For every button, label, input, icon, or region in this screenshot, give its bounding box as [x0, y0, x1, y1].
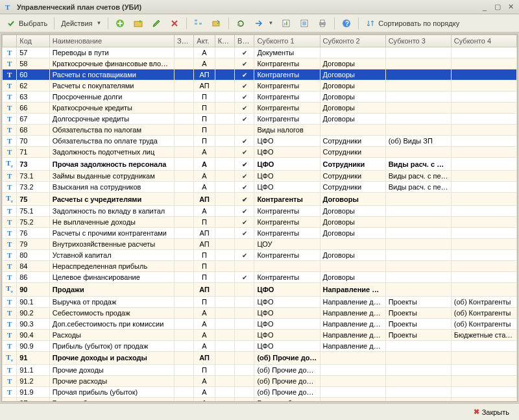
- cell-val: [235, 114, 254, 125]
- col-sub4[interactable]: Субконто 4: [451, 35, 516, 47]
- print-button[interactable]: [314, 17, 331, 30]
- cell-sub1: [254, 261, 320, 272]
- cell-akt: П: [194, 272, 215, 283]
- cell-sub3: [385, 375, 451, 386]
- add-button[interactable]: [112, 17, 128, 30]
- cell-kol: [215, 58, 234, 69]
- cell-akt: П: [194, 92, 215, 103]
- table-row[interactable]: Т91.9Прочая прибыль (убыток)А(об) Прочие…: [3, 386, 517, 397]
- cell-kol: [215, 182, 234, 193]
- cell-sub3: Проекты: [385, 318, 451, 329]
- go-button[interactable]: ▼: [250, 17, 276, 30]
- cell-name: Обязательства по налогам: [49, 125, 174, 136]
- cell-sub4: [451, 217, 516, 228]
- close-button[interactable]: ✕: [506, 3, 515, 12]
- report-icon: [281, 18, 291, 29]
- cell: Т: [3, 329, 17, 340]
- table-row[interactable]: Т86Целевое финансированиеПКонтрагентыДог…: [3, 272, 517, 283]
- table-row[interactable]: Т90.9Прибыль (убыток) от продажАЦФОНапра…: [3, 340, 517, 351]
- table-row[interactable]: Т75.2Не выплаченные доходыПКонтрагентыДо…: [3, 217, 517, 228]
- table-row[interactable]: Т71Задолжность подотчетных лицАЦФОСотруд…: [3, 147, 517, 158]
- table-row[interactable]: Тт75Расчеты с учредителямиАПКонтрагентыД…: [3, 193, 517, 206]
- table-row[interactable]: Т75.1Задолжность по вкладу в капиталАКон…: [3, 206, 517, 217]
- help-button[interactable]: ?: [338, 17, 355, 30]
- col-code[interactable]: Код: [17, 35, 50, 47]
- table-row[interactable]: Т84Нераспределенная прибыльП: [3, 261, 517, 272]
- col-name[interactable]: Наименование: [49, 35, 174, 47]
- cell-kol: [215, 318, 234, 329]
- col-kol[interactable]: Кол.: [215, 35, 234, 47]
- select-button[interactable]: Выбрать: [3, 17, 51, 30]
- cell-sub2: Договоры: [320, 80, 385, 92]
- table-row[interactable]: Т60Расчеты с поставщикамиАПКонтрагентыДо…: [3, 69, 517, 80]
- table-row[interactable]: Т70Обязательства по оплате трудаПЦФОСотр…: [3, 136, 517, 147]
- cell-sub3: Виды расч. с …: [385, 158, 451, 171]
- table-row[interactable]: Т57Переводы в путиАДокументы: [3, 47, 517, 58]
- cell-sub2: [320, 364, 385, 375]
- table-row[interactable]: Т91.2Прочие расходыА(об) Прочие доход…: [3, 375, 517, 386]
- col-zab[interactable]: Заб.: [174, 35, 193, 47]
- hierarchy-button[interactable]: [190, 17, 207, 30]
- table-row[interactable]: Т79Внутрихозяйственные расчетыАПЦОУ: [3, 239, 517, 250]
- row-type-icon: Т: [7, 49, 12, 56]
- table-row[interactable]: Т90.3Доп.себестоимость при комиссииАЦФОН…: [3, 318, 517, 329]
- table-row[interactable]: Т62Расчеты с покупателямиАПКонтрагентыДо…: [3, 80, 517, 92]
- move-button[interactable]: [208, 17, 225, 30]
- table-row[interactable]: Т63Просроченные долгиПКонтрагентыДоговор…: [3, 92, 517, 103]
- cell-zab: [174, 272, 193, 283]
- delete-button[interactable]: [166, 17, 183, 30]
- table-row[interactable]: Тт91Прочие доходы и расходыАП(об) Прочие…: [3, 351, 517, 364]
- add-folder-button[interactable]: [130, 17, 147, 30]
- check-icon: [242, 273, 247, 281]
- report-button[interactable]: [278, 17, 295, 30]
- col-val[interactable]: Вал.: [235, 35, 254, 47]
- table-row[interactable]: Т91.1Прочие доходыП(об) Прочие доход…: [3, 364, 517, 375]
- col-sub3[interactable]: Субконто 3: [385, 35, 451, 47]
- actions-button[interactable]: Действия ▼: [58, 17, 104, 30]
- close-footer-button[interactable]: ✖ Закрыть: [469, 406, 514, 418]
- col-sub2[interactable]: Субконто 2: [320, 35, 385, 47]
- refresh-button[interactable]: [232, 17, 249, 30]
- subconto-button[interactable]: [296, 17, 313, 30]
- cell-sub3: [385, 206, 451, 217]
- table-row[interactable]: Т80Уставной капиталПКонтрагентыДоговоры: [3, 250, 517, 261]
- table-row[interactable]: Тт90ПродажиАПЦФОНаправление деят…: [3, 283, 517, 296]
- table-row[interactable]: Т66Краткосрочные кредитыПКонтрагентыДого…: [3, 103, 517, 114]
- cell-kol: [215, 193, 234, 206]
- cell-akt: П: [194, 296, 215, 307]
- table-row[interactable]: Тт73Прочая задолжность персоналаАЦФОСотр…: [3, 158, 517, 171]
- table-row[interactable]: Т90.2Себестоимость продажАЦФОНаправление…: [3, 307, 517, 318]
- cell-sub4: [451, 239, 516, 250]
- svg-rect-13: [320, 25, 324, 27]
- col-icon[interactable]: [3, 35, 17, 47]
- table-row[interactable]: Т68Обязательства по налогамПВиды налогов: [3, 125, 517, 136]
- cell: Т: [3, 69, 17, 80]
- table-row[interactable]: Т67Долгосрочные кредитыПКонтрагентыДогов…: [3, 114, 517, 125]
- col-sub1[interactable]: Субконто 1: [254, 35, 320, 47]
- cell-sub3: Проекты: [385, 307, 451, 318]
- cell-akt: П: [194, 114, 215, 125]
- cell-sub4: Бюджетные стат…: [451, 329, 516, 340]
- cell-zab: [174, 296, 193, 307]
- cell-kol: [215, 136, 234, 147]
- cell-name: Выручка от продаж: [49, 296, 174, 307]
- table-row[interactable]: Т58Краткосрочные финансовые вложенияАКон…: [3, 58, 517, 69]
- cell-val: [235, 58, 254, 69]
- edit-button[interactable]: [148, 17, 165, 30]
- grid-container[interactable]: Код Наименование Заб. Акт. Кол. Вал. Суб…: [1, 34, 518, 402]
- table-row[interactable]: Т76Расчеты с прочими контрагентамиАПКонт…: [3, 228, 517, 239]
- table-row[interactable]: Т90.4РасходыАЦФОНаправление деятель…Прое…: [3, 329, 517, 340]
- table-row[interactable]: Т97Расходы будущих периодовАРасходы буду…: [3, 397, 517, 402]
- check-icon: [242, 172, 247, 180]
- cell-kol: [215, 272, 234, 283]
- table-row[interactable]: Т73.2Взыскания на сотрудниковАЦФОСотрудн…: [3, 182, 517, 193]
- col-akt[interactable]: Акт.: [194, 35, 215, 47]
- minimize-button[interactable]: _: [480, 3, 489, 12]
- svg-rect-6: [213, 21, 219, 26]
- check-icon: [242, 93, 247, 101]
- sort-button[interactable]: Сортировать по порядку: [362, 17, 463, 30]
- maximize-button[interactable]: ▢: [493, 3, 502, 12]
- table-row[interactable]: Т90.1Выручка от продажПЦФОНаправление де…: [3, 296, 517, 307]
- table-row[interactable]: Т73.1Займы выданные сотрудникамАЦФОСотру…: [3, 171, 517, 182]
- cell-zab: [174, 47, 193, 58]
